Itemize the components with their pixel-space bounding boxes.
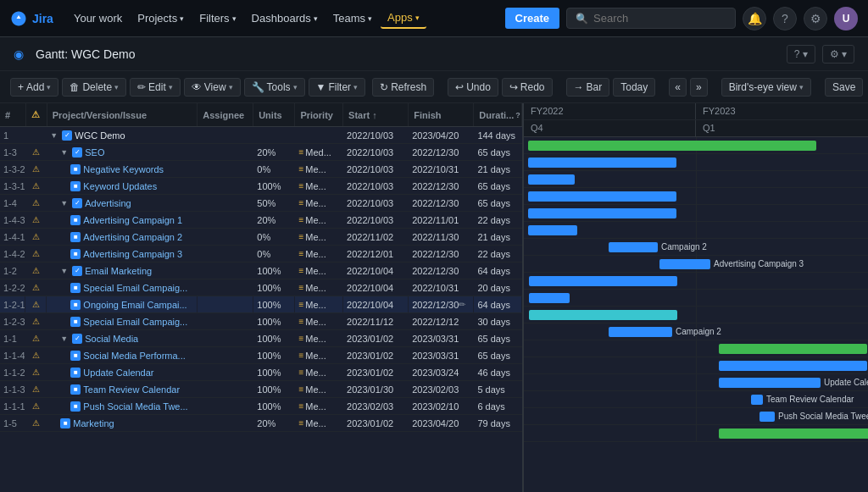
cell-name[interactable]: ■Special Email Campaig... xyxy=(47,313,198,329)
task-name: Social Media Performa... xyxy=(83,351,185,361)
gantt-bar[interactable] xyxy=(529,293,570,303)
table-row[interactable]: 1-2-1⚠■Ongoing Email Campai...100%≡Me...… xyxy=(0,296,522,313)
nav-filters[interactable]: Filters ▾ xyxy=(192,8,242,28)
cell-name[interactable]: ■Push Social Media Twe... xyxy=(47,398,198,414)
table-row[interactable]: 1-1-2⚠■Update Calendar100%≡Me...2023/01/… xyxy=(0,364,522,381)
notifications-button[interactable]: 🔔 xyxy=(743,7,766,30)
warning-icon: ⚠ xyxy=(32,401,40,411)
table-row[interactable]: 1-2-3⚠■Special Email Campaig...100%≡Me..… xyxy=(0,313,522,330)
priority-icon: ≡ xyxy=(298,164,303,174)
nav-your-work[interactable]: Your work xyxy=(67,8,129,28)
search-box[interactable]: 🔍 xyxy=(566,8,736,29)
save-button[interactable]: Save xyxy=(825,78,863,97)
gantt-bar[interactable] xyxy=(528,141,816,151)
bar-button[interactable]: → Bar xyxy=(566,78,610,97)
nav-next-next-button[interactable]: » xyxy=(690,78,708,97)
undo-button[interactable]: ↩ Undo xyxy=(448,78,498,97)
table-row[interactable]: 1-3⚠▼✓SEO20%≡Med...2022/10/032022/12/306… xyxy=(0,144,522,161)
table-row[interactable]: 1-1-1⚠■Push Social Media Twe...100%≡Me..… xyxy=(0,398,522,415)
settings-button[interactable]: ⚙ xyxy=(804,7,827,30)
cell-name[interactable]: ■Negative Keywords xyxy=(47,161,198,177)
project-settings-button[interactable]: ⚙ ▾ xyxy=(822,45,854,64)
view-button[interactable]: 👁 View ▾ xyxy=(184,78,241,97)
priority-icon: ≡ xyxy=(298,249,303,258)
table-row[interactable]: 1-1⚠▼✓Social Media100%≡Me...2023/01/0220… xyxy=(0,330,522,347)
nav-dashboards[interactable]: Dashboards ▾ xyxy=(245,8,325,28)
cell-name[interactable]: ▼✓Advertising xyxy=(47,195,198,211)
gantt-bar[interactable] xyxy=(529,310,677,320)
gantt-bar[interactable] xyxy=(609,242,658,252)
gantt-bar[interactable] xyxy=(659,259,710,269)
gantt-bar[interactable] xyxy=(609,327,672,337)
nav-teams[interactable]: Teams ▾ xyxy=(326,8,379,28)
gantt-bar[interactable] xyxy=(528,158,676,168)
table-row[interactable]: 1-3-1⚠■Keyword Updates100%≡Me...2022/10/… xyxy=(0,178,522,195)
table-row[interactable]: 1-2-2⚠■Special Email Campaig...100%≡Me..… xyxy=(0,279,522,296)
cell-name[interactable]: ■Update Calendar xyxy=(47,364,198,380)
logo[interactable]: Jira xyxy=(10,10,53,27)
cell-start: 2023/01/30 xyxy=(343,381,409,397)
collapse-button[interactable]: ▼ xyxy=(60,334,68,343)
gantt-bar[interactable] xyxy=(719,344,867,354)
table-row[interactable]: 1-4-3⚠■Advertising Campaign 120%≡Me...20… xyxy=(0,212,522,229)
birds-eye-button[interactable]: Bird's-eye view ▾ xyxy=(721,78,811,97)
gantt-bar[interactable] xyxy=(528,174,575,185)
cell-name[interactable]: ■Advertising Campaign 3 xyxy=(47,246,198,262)
redo-button[interactable]: ↪ Redo xyxy=(502,78,553,97)
task-icon: ■ xyxy=(70,215,81,225)
help-button[interactable]: ? xyxy=(773,7,797,30)
search-input[interactable] xyxy=(593,12,726,25)
cell-name[interactable]: ▼✓SEO xyxy=(47,144,198,160)
edit-button[interactable]: ✏ Edit ▾ xyxy=(130,78,181,97)
create-button[interactable]: Create xyxy=(505,8,559,29)
cell-priority: ≡Me... xyxy=(295,246,343,262)
table-row[interactable]: 1-3-2⚠■Negative Keywords0%≡Me...2022/10/… xyxy=(0,161,522,178)
collapse-button[interactable]: ▼ xyxy=(50,131,58,140)
cell-name[interactable]: ■Team Review Calendar xyxy=(47,381,198,397)
cell-name[interactable]: ▼✓WGC Demo xyxy=(47,127,198,143)
header-name[interactable]: Project/Version/Issue xyxy=(47,103,198,126)
filter-button[interactable]: ▼ Filter ▾ xyxy=(309,78,366,97)
cell-name[interactable]: ■Advertising Campaign 1 xyxy=(47,212,198,228)
gantt-bar[interactable] xyxy=(719,361,867,371)
collapse-button[interactable]: ▼ xyxy=(60,148,68,157)
table-row[interactable]: 1-4⚠▼✓Advertising50%≡Me...2022/10/032022… xyxy=(0,195,522,212)
table-row[interactable]: 1-4-1⚠■Advertising Campaign 20%≡Me...202… xyxy=(0,229,522,246)
cell-name[interactable]: ■Marketing xyxy=(47,415,198,431)
collapse-button[interactable]: ▼ xyxy=(60,199,68,207)
collapse-button[interactable]: ▼ xyxy=(60,267,68,275)
cell-name[interactable]: ■Special Email Campaig... xyxy=(47,279,198,296)
cell-name[interactable]: ■Keyword Updates xyxy=(47,178,198,194)
nav-apps[interactable]: Apps ▾ xyxy=(381,8,426,29)
table-row[interactable]: 1-4-2⚠■Advertising Campaign 30%≡Me...202… xyxy=(0,246,522,263)
delete-button[interactable]: 🗑 Delete ▾ xyxy=(62,78,126,97)
refresh-button[interactable]: ↻ Refresh xyxy=(372,78,434,97)
cell-name[interactable]: ▼✓Social Media xyxy=(47,330,198,346)
table-row[interactable]: 1-2⚠▼✓Email Marketing100%≡Me...2022/10/0… xyxy=(0,263,522,279)
add-button[interactable]: + Add ▾ xyxy=(10,78,58,97)
gantt-bar[interactable] xyxy=(528,191,676,202)
nav-projects[interactable]: Projects ▾ xyxy=(131,8,191,28)
gantt-bar[interactable] xyxy=(760,412,775,422)
gantt-bar[interactable] xyxy=(528,225,577,235)
table-row[interactable]: 1▼✓WGC Demo2022/10/032023/04/20144 days xyxy=(0,127,522,144)
gantt-bar[interactable] xyxy=(528,208,676,218)
today-button[interactable]: Today xyxy=(613,78,655,97)
project-help-button[interactable]: ? ▾ xyxy=(787,45,815,64)
cell-name[interactable]: ■Ongoing Email Campai... xyxy=(47,296,198,312)
table-row[interactable]: 1-1-3⚠■Team Review Calendar100%≡Me...202… xyxy=(0,381,522,398)
gantt-bar[interactable] xyxy=(719,428,868,439)
header-start[interactable]: Start ↑ xyxy=(343,103,409,126)
table-row[interactable]: 1-1-4⚠■Social Media Performa...100%≡Me..… xyxy=(0,347,522,364)
cell-name[interactable]: ■Social Media Performa... xyxy=(47,347,198,363)
table-row[interactable]: 1-5⚠■Marketing20%≡Me...2023/01/022023/04… xyxy=(0,415,522,432)
gantt-bar[interactable] xyxy=(751,395,763,405)
gantt-bar[interactable] xyxy=(719,378,821,388)
tools-button[interactable]: 🔧 Tools ▾ xyxy=(244,78,305,97)
nav-prev-prev-button[interactable]: « xyxy=(669,78,687,97)
cell-name[interactable]: ■Advertising Campaign 2 xyxy=(47,229,198,245)
warning-icon: ⚠ xyxy=(32,351,40,360)
cell-name[interactable]: ▼✓Email Marketing xyxy=(47,263,198,279)
gantt-bar[interactable] xyxy=(529,276,677,286)
user-avatar[interactable]: U xyxy=(834,7,858,30)
